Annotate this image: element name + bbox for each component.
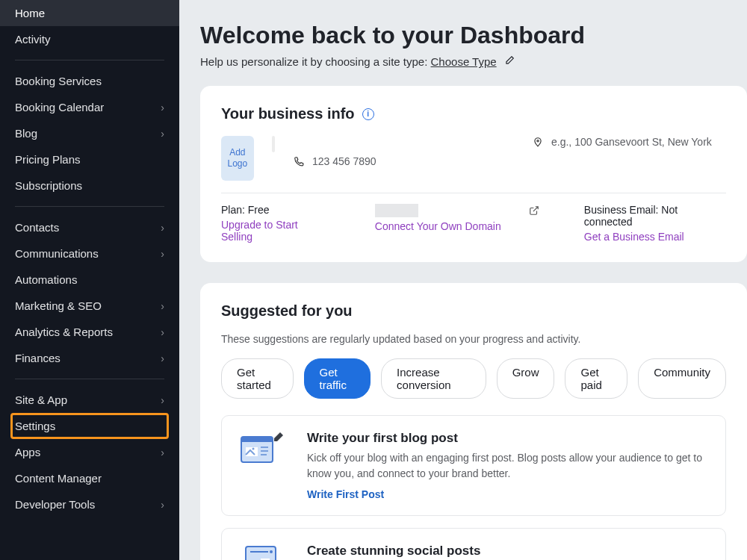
sidebar-item-label: Settings [15, 420, 55, 432]
chevron-right-icon: › [161, 499, 164, 511]
sidebar-item-label: Pricing Plans [15, 153, 81, 166]
sidebar-item-home[interactable]: Home [0, 0, 179, 26]
sidebar-item-settings[interactable]: Settings [10, 413, 169, 439]
pencil-icon[interactable] [501, 55, 515, 68]
sidebar-item-label: Analytics & Reports [15, 326, 113, 338]
sidebar-item-apps[interactable]: Apps› [0, 439, 179, 465]
svg-point-4 [252, 448, 255, 450]
sidebar-divider [15, 206, 164, 207]
connect-domain-link[interactable]: Connect Your Own Domain [375, 220, 539, 232]
svg-point-0 [537, 140, 539, 142]
tab-grow[interactable]: Grow [497, 358, 555, 399]
sidebar-item-label: Finances [15, 352, 61, 364]
chevron-right-icon: › [161, 300, 164, 312]
chevron-right-icon: › [161, 222, 164, 234]
sidebar-item-label: Home [15, 7, 45, 19]
suggestion-cta[interactable]: Write First Post [307, 488, 709, 500]
add-logo-button[interactable]: Add Logo [221, 136, 254, 181]
suggestion-title: Create stunning social posts [307, 544, 709, 559]
sidebar-item-activity[interactable]: Activity [0, 26, 179, 52]
suggestion-desc: Kick off your blog with an engaging firs… [307, 450, 709, 481]
page-subtitle: Help us personalize it by choosing a sit… [200, 55, 747, 68]
sidebar-item-label: Automations [15, 273, 77, 286]
sidebar: HomeActivityBooking ServicesBooking Cale… [0, 0, 179, 560]
phone-row: 123 456 7890 [293, 155, 487, 167]
email-label: Business Email: Not connected [584, 204, 726, 228]
sidebar-item-label: Booking Services [15, 75, 102, 87]
sidebar-item-label: Subscriptions [15, 179, 82, 192]
suggestion-card: Write your first blog postKick off your … [221, 415, 726, 516]
sidebar-divider [15, 379, 164, 379]
chevron-right-icon: › [161, 352, 164, 364]
external-link-icon[interactable] [529, 205, 539, 216]
address-text: e.g., 100 Gansevoort St, New York [551, 136, 712, 148]
suggestion-card: Create stunning social postsGet up to 2.… [221, 528, 726, 560]
sidebar-item-subscriptions[interactable]: Subscriptions [0, 172, 179, 199]
sidebar-divider [15, 60, 164, 60]
chevron-right-icon: › [161, 248, 164, 260]
sidebar-item-site-app[interactable]: Site & App› [0, 387, 179, 413]
suggested-title: Suggested for you [221, 302, 726, 320]
sidebar-item-developer-tools[interactable]: Developer Tools› [0, 491, 179, 517]
sidebar-item-label: Marketing & SEO [15, 299, 102, 312]
sidebar-item-booking-services[interactable]: Booking Services [0, 68, 179, 94]
tab-increase-conversion[interactable]: Increase conversion [381, 358, 486, 399]
sidebar-item-label: Developer Tools [15, 498, 95, 511]
sidebar-item-communications[interactable]: Communications› [0, 240, 179, 267]
location-icon [532, 137, 544, 147]
chevron-right-icon: › [161, 102, 164, 113]
sidebar-item-label: Communications [15, 247, 99, 260]
chevron-right-icon: › [161, 128, 164, 140]
subtitle-prefix: Help us personalize it by choosing a sit… [200, 55, 431, 68]
get-email-link[interactable]: Get a Business Email [584, 231, 726, 243]
redacted-domain [375, 204, 418, 217]
info-icon[interactable]: i [362, 108, 374, 120]
tab-get-started[interactable]: Get started [221, 358, 294, 399]
page-title: Welcome back to your Dashboard [200, 21, 747, 49]
chevron-right-icon: › [161, 447, 164, 458]
tab-get-traffic[interactable]: Get traffic [304, 358, 371, 399]
tab-get-paid[interactable]: Get paid [565, 358, 627, 399]
sidebar-item-label: Booking Calendar [15, 101, 104, 113]
business-info-card: Your business info i Add Logo [200, 86, 747, 262]
sidebar-item-content-manager[interactable]: Content Manager [0, 465, 179, 491]
choose-type-link[interactable]: Choose Type [431, 55, 497, 68]
chevron-right-icon: › [161, 394, 164, 406]
sidebar-item-label: Activity [15, 33, 51, 46]
sidebar-item-pricing-plans[interactable]: Pricing Plans [0, 146, 179, 172]
tab-community[interactable]: Community [638, 358, 726, 399]
sidebar-item-label: Apps [15, 446, 40, 458]
sidebar-item-label: Content Manager [15, 472, 102, 485]
sidebar-item-contacts[interactable]: Contacts› [0, 214, 179, 240]
sidebar-item-label: Blog [15, 127, 37, 140]
sidebar-item-label: Site & App [15, 393, 67, 406]
chevron-right-icon: › [161, 326, 164, 338]
main-content: Welcome back to your Dashboard Help us p… [179, 0, 747, 560]
sidebar-item-analytics-reports[interactable]: Analytics & Reports› [0, 319, 179, 345]
suggested-subtitle: These suggestions are regularly updated … [221, 333, 726, 345]
phone-text: 123 456 7890 [312, 155, 376, 167]
sidebar-item-marketing-seo[interactable]: Marketing & SEO› [0, 293, 179, 319]
sidebar-item-automations[interactable]: Automations [0, 267, 179, 293]
upgrade-link[interactable]: Upgrade to Start Selling [221, 219, 330, 243]
redacted-block [272, 136, 275, 152]
sidebar-item-booking-calendar[interactable]: Booking Calendar› [0, 94, 179, 120]
phone-icon [293, 156, 305, 167]
suggested-card: Suggested for you These suggestions are … [200, 283, 747, 560]
business-info-title: Your business info i [221, 105, 726, 122]
suggested-tabs: Get startedGet trafficIncrease conversio… [221, 358, 726, 399]
svg-rect-2 [241, 437, 273, 442]
plan-label: Plan: Free [221, 204, 330, 216]
svg-point-10 [270, 550, 273, 553]
suggestion-title: Write your first blog post [307, 431, 709, 446]
suggestion-illustration [238, 431, 286, 471]
sidebar-item-label: Contacts [15, 221, 59, 234]
svg-rect-8 [246, 547, 276, 560]
address-row: e.g., 100 Gansevoort St, New York [532, 136, 726, 148]
sidebar-item-blog[interactable]: Blog› [0, 120, 179, 146]
sidebar-item-finances[interactable]: Finances› [0, 345, 179, 371]
suggestion-illustration [238, 544, 286, 560]
divider [221, 193, 726, 193]
